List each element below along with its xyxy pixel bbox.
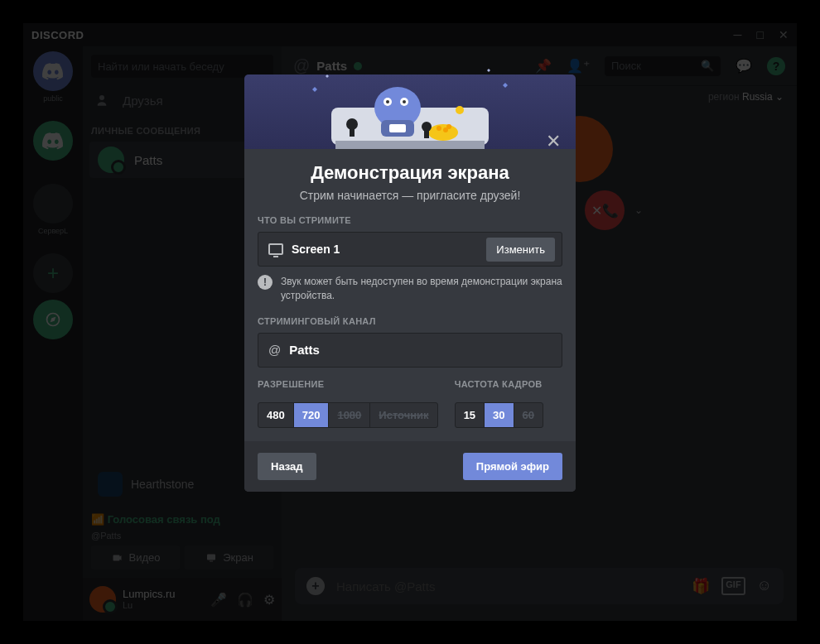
fps-selector: 15 30 60 xyxy=(455,402,543,428)
res-720[interactable]: 720 xyxy=(294,403,330,427)
svg-point-13 xyxy=(446,124,451,129)
channel-box[interactable]: @ Patts xyxy=(258,333,562,368)
modal-overlay: ✕ Демонстрация экрана Стрим начинается —… xyxy=(0,0,820,644)
modal-hero xyxy=(244,74,576,149)
svg-point-11 xyxy=(437,126,441,131)
what-streaming-label: ЧТО ВЫ СТРИМИТЕ xyxy=(258,215,562,225)
svg-rect-15 xyxy=(350,128,355,137)
stream-channel-label: СТРИМИНГОВЫЙ КАНАЛ xyxy=(258,316,562,326)
svg-rect-2 xyxy=(335,141,485,149)
go-live-button[interactable]: Прямой эфир xyxy=(463,453,562,480)
resolution-label: РАЗРЕШЕНИЕ xyxy=(258,379,438,389)
modal-close-button[interactable]: ✕ xyxy=(546,131,561,152)
info-icon: ! xyxy=(258,275,273,290)
screenshare-modal: ✕ Демонстрация экрана Стрим начинается —… xyxy=(244,116,576,492)
change-source-button[interactable]: Изменить xyxy=(486,238,555,262)
modal-title: Демонстрация экрана xyxy=(244,162,576,184)
modal-subtitle: Стрим начинается — пригласите друзей! xyxy=(244,189,576,202)
svg-rect-17 xyxy=(424,130,429,138)
svg-rect-9 xyxy=(389,124,406,132)
svg-point-10 xyxy=(428,124,458,141)
audio-warning: Звук может быть недоступен во время демо… xyxy=(281,275,562,303)
svg-point-14 xyxy=(346,118,358,130)
at-icon: @ xyxy=(268,343,281,357)
fps-label: ЧАСТОТА КАДРОВ xyxy=(455,379,543,389)
resolution-selector: 480 720 1080 Источник xyxy=(258,402,438,428)
fps-60: 60 xyxy=(514,403,543,427)
source-box: Screen 1 Изменить xyxy=(258,232,562,267)
back-button[interactable]: Назад xyxy=(258,453,316,480)
res-1080: 1080 xyxy=(329,403,370,427)
svg-point-18 xyxy=(456,106,464,114)
fps-15[interactable]: 15 xyxy=(456,403,485,427)
monitor-icon xyxy=(268,243,283,255)
source-name: Screen 1 xyxy=(292,243,340,256)
fps-30[interactable]: 30 xyxy=(485,403,514,427)
svg-point-5 xyxy=(386,100,389,103)
svg-point-7 xyxy=(403,100,406,103)
res-480[interactable]: 480 xyxy=(258,403,294,427)
res-source: Источник xyxy=(370,403,437,427)
